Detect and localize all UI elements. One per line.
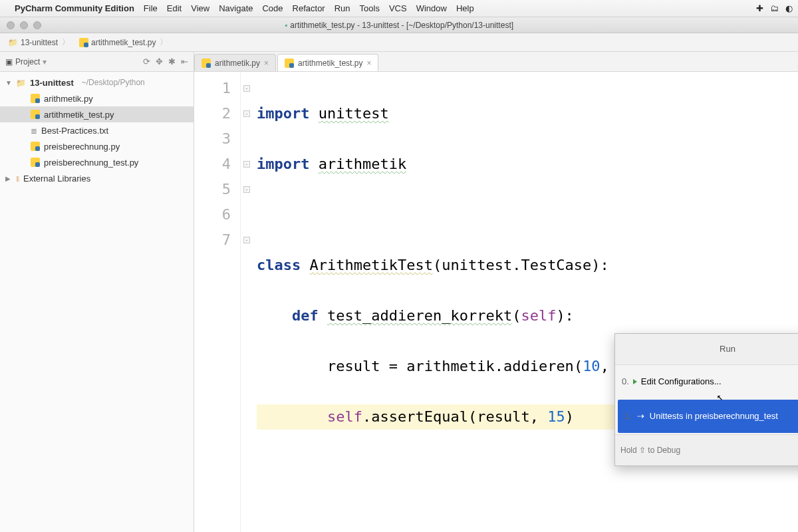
menu-view[interactable]: View	[191, 3, 209, 13]
fold-marker-icon[interactable]: -	[243, 110, 250, 117]
python-file-icon	[31, 158, 40, 167]
project-tool-icon: ▣	[5, 57, 13, 66]
menu-edit[interactable]: Edit	[167, 3, 182, 13]
line-gutter: 1 2 3 4 5 6 7	[194, 72, 241, 532]
menu-code[interactable]: Code	[262, 3, 283, 13]
item-label: Edit Configurations...	[641, 369, 722, 394]
tree-file[interactable]: arithmetik.py	[0, 90, 194, 106]
tree-root[interactable]: ▼ 13-unittest ~/Desktop/Python	[0, 74, 194, 90]
tray-icon[interactable]: ◐	[785, 3, 793, 13]
text-file-icon	[31, 126, 37, 136]
libraries-icon	[16, 174, 19, 184]
tool-row: ▣ Project ▾ ⟳ ✥ ✱ ⇤ arithmetik.py × arti…	[0, 52, 798, 72]
tree-label: preisberechnung.py	[44, 142, 120, 152]
tray-icon[interactable]: 🗂	[770, 3, 779, 13]
tree-file[interactable]: Best-Practices.txt	[0, 122, 194, 138]
tray-icon[interactable]: ✚	[756, 3, 763, 13]
file-icon: ▪	[285, 21, 287, 30]
python-file-icon	[31, 142, 40, 151]
tree-file[interactable]: preisberechnung.py	[0, 138, 194, 154]
python-file-icon	[31, 110, 40, 119]
hide-icon[interactable]: ⇤	[181, 57, 188, 66]
editor-tabs: arithmetik.py × artithmetik_test.py ×	[194, 52, 380, 71]
menu-refactor[interactable]: Refactor	[293, 3, 325, 13]
folder-icon	[16, 78, 26, 88]
item-index: 1.	[624, 404, 632, 429]
tree-label: 13-unittest	[30, 78, 74, 88]
tree-external-libs[interactable]: ▶ External Libraries	[0, 170, 194, 186]
line-number: 3	[194, 126, 231, 152]
item-index: 0.	[622, 369, 629, 394]
python-file-icon	[31, 94, 40, 103]
line-number: 1	[194, 76, 231, 101]
close-icon[interactable]: ×	[264, 59, 269, 68]
code-area[interactable]: import unittest import arithmetik class …	[253, 72, 636, 532]
project-tool-label[interactable]: Project	[15, 57, 40, 66]
traffic-minimize[interactable]	[20, 21, 28, 29]
tree-label: Best-Practices.txt	[41, 126, 108, 136]
gear-icon[interactable]: ✱	[168, 57, 176, 66]
mac-menubar: PyCharm Community Edition File Edit View…	[0, 0, 798, 17]
python-file-icon	[285, 59, 294, 68]
main-area: ▼ 13-unittest ~/Desktop/Python arithmeti…	[0, 72, 798, 532]
run-popup-footer: Hold ⇧ to Debug	[615, 434, 798, 466]
line-number: 6	[194, 202, 231, 227]
menu-extras: ✚ 🗂 ◐	[756, 3, 793, 13]
item-label: Unittests in preisberechnung_test	[650, 404, 778, 429]
window-title: ▪artithmetik_test.py - 13-unittest - [~/…	[0, 21, 798, 30]
breadcrumb-root[interactable]: 13-unittest 〉	[4, 37, 75, 48]
run-popup-item-unittests[interactable]: 1. ⇢ Unittests in preisberechnung_test ▶	[618, 400, 798, 433]
chevron-right-icon: 〉	[61, 37, 71, 48]
window-titlebar: ▪artithmetik_test.py - 13-unittest - [~/…	[0, 17, 798, 33]
autoscroll-icon[interactable]: ✥	[156, 57, 163, 66]
expand-arrow-icon[interactable]: ▶	[5, 175, 12, 182]
run-config-icon: ⇢	[637, 404, 644, 429]
line-number: 5	[194, 177, 231, 202]
menu-vcs[interactable]: VCS	[389, 3, 407, 13]
run-icon	[633, 379, 637, 384]
fold-marker-icon[interactable]: -	[243, 237, 250, 243]
project-tool-header: ▣ Project ▾ ⟳ ✥ ✱ ⇤	[0, 52, 194, 71]
fold-marker-icon[interactable]: -	[243, 186, 250, 193]
menu-run[interactable]: Run	[334, 3, 350, 13]
breadcrumb-file[interactable]: artithmetik_test.py 〉	[75, 37, 173, 48]
code-editor[interactable]: 1 2 3 4 5 6 7 - - - - - import unittest …	[194, 72, 798, 532]
run-popup-item-edit-configs[interactable]: 0. Edit Configurations...	[615, 365, 798, 398]
tab-label: arithmetik.py	[215, 59, 260, 68]
traffic-zoom[interactable]	[33, 21, 41, 29]
chevron-right-icon: 〉	[158, 37, 169, 48]
tree-file[interactable]: preisberechnung_test.py	[0, 154, 194, 170]
fold-gutter: - - - - -	[241, 72, 253, 532]
tree-label: preisberechnung_test.py	[44, 158, 138, 168]
tab-artithmetik-test[interactable]: artithmetik_test.py ×	[277, 54, 378, 71]
menu-navigate[interactable]: Navigate	[219, 3, 253, 13]
expand-arrow-icon[interactable]: ▼	[5, 79, 12, 86]
python-file-icon	[79, 38, 88, 47]
tree-path: ~/Desktop/Python	[82, 78, 145, 87]
run-popup-title: Run	[615, 334, 798, 365]
chevron-down-icon[interactable]: ▾	[43, 57, 47, 66]
fold-marker-icon[interactable]: -	[243, 161, 250, 168]
fold-marker-icon[interactable]: -	[243, 85, 250, 92]
app-menu[interactable]: PyCharm Community Edition	[15, 3, 134, 13]
menu-tools[interactable]: Tools	[360, 3, 380, 13]
breadcrumb-label: 13-unittest	[21, 38, 58, 47]
tree-file[interactable]: artithmetik_test.py	[0, 106, 194, 122]
navigation-bar: 13-unittest 〉 artithmetik_test.py 〉	[0, 33, 798, 52]
menu-window[interactable]: Window	[416, 3, 447, 13]
folder-icon	[8, 38, 18, 47]
tree-label: artithmetik_test.py	[44, 110, 114, 120]
line-number: 2	[194, 101, 231, 126]
line-number: 4	[194, 152, 231, 177]
python-file-icon	[201, 59, 211, 68]
close-icon[interactable]: ×	[366, 59, 371, 68]
collapse-icon[interactable]: ⟳	[143, 57, 150, 66]
traffic-close[interactable]	[7, 21, 15, 29]
tree-label: arithmetik.py	[44, 94, 93, 104]
tab-arithmetik[interactable]: arithmetik.py ×	[194, 54, 276, 71]
menu-file[interactable]: File	[144, 3, 158, 13]
tree-label: External Libraries	[23, 174, 90, 184]
run-popup: Run 0. Edit Configurations... 1. ⇢ Unitt…	[614, 333, 798, 466]
menu-help[interactable]: Help	[456, 3, 474, 13]
project-tree: ▼ 13-unittest ~/Desktop/Python arithmeti…	[0, 72, 194, 532]
